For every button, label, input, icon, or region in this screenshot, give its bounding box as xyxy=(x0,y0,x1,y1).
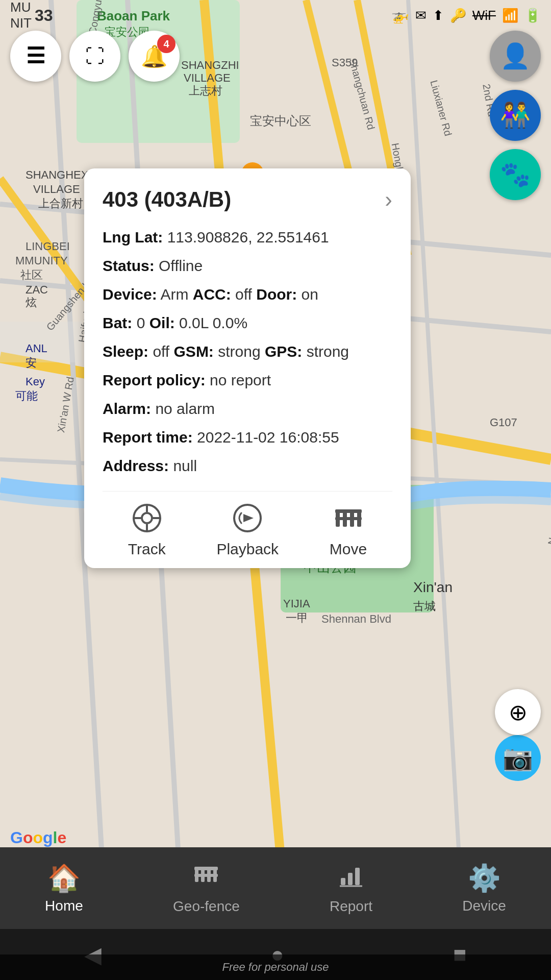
playback-button[interactable]: Playback xyxy=(216,502,279,558)
svg-text:ZAC: ZAC xyxy=(26,283,48,296)
track-button[interactable]: Track xyxy=(128,502,166,558)
svg-text:LINGBEI: LINGBEI xyxy=(26,240,70,253)
track-label: Track xyxy=(128,541,166,558)
geofence-icon xyxy=(193,862,219,894)
popup-title: 403 (403A/B) xyxy=(103,187,231,212)
svg-text:安: 安 xyxy=(26,356,37,369)
menu-button[interactable]: ☰ xyxy=(10,31,61,82)
popup-alarm-row: Alarm: no alarm xyxy=(103,398,392,420)
svg-text:SHANGZHI: SHANGZHI xyxy=(181,59,239,71)
playback-icon xyxy=(231,502,264,534)
status-bar: MUNIT 33 🚁 ✉ ⬆ 🔑 WiF 📶 🔋 xyxy=(0,0,551,31)
popup-header: 403 (403A/B) › xyxy=(103,187,392,212)
nav-report-label: Report xyxy=(330,898,372,915)
camera-marker[interactable]: 📷 xyxy=(495,735,541,781)
signal-icon: 📶 xyxy=(502,8,518,23)
popup-lnglat-row: Lng Lat: 113.908826, 22.551461 xyxy=(103,227,392,248)
info-popup: 403 (403A/B) › Lng Lat: 113.908826, 22.5… xyxy=(84,168,411,568)
camera-circle: 📷 xyxy=(495,735,541,781)
svg-text:ANL: ANL xyxy=(26,342,47,355)
svg-text:炫: 炫 xyxy=(26,296,37,309)
report-time-value: 2022-11-02 16:08:55 xyxy=(197,429,339,446)
message-icon: ✉ xyxy=(415,8,427,23)
acc-label: ACC: xyxy=(193,286,231,303)
gps-value: strong xyxy=(307,343,349,360)
crosshair-icon: ⊕ xyxy=(509,699,528,725)
pet-button[interactable]: 🐾 xyxy=(490,149,541,200)
door-value: on xyxy=(302,286,318,303)
status-time: 33 xyxy=(35,6,53,25)
svg-rect-80 xyxy=(194,874,218,877)
report-time-label: Report time: xyxy=(103,429,193,446)
move-label: Move xyxy=(330,541,367,558)
report-policy-label: Report policy: xyxy=(103,372,206,388)
paw-icon: 🐾 xyxy=(500,160,531,189)
playback-label: Playback xyxy=(216,541,279,558)
nav-item-home[interactable]: 🏠 Home xyxy=(45,863,83,914)
lnglat-value: 113.908826, 22.551461 xyxy=(167,229,329,246)
popup-status-row: Status: Offline xyxy=(103,255,392,277)
svg-rect-74 xyxy=(335,517,362,520)
svg-text:古城: 古城 xyxy=(413,600,436,612)
navigation-icon: ⬆ xyxy=(433,8,444,23)
popup-sleep-row: Sleep: off GSM: strong GPS: strong xyxy=(103,341,392,362)
google-logo: Google xyxy=(10,828,66,847)
address-label: Address: xyxy=(103,457,169,474)
bat-value: 0 xyxy=(137,314,145,331)
expand-icon: ⛶ xyxy=(85,45,105,67)
status-value: Offline xyxy=(159,257,203,274)
popup-chevron-right-icon[interactable]: › xyxy=(385,187,392,212)
move-icon xyxy=(332,502,364,534)
drone-icon: 🚁 xyxy=(391,7,409,24)
popup-bat-row: Bat: 0 Oil: 0.0L 0.0% xyxy=(103,312,392,334)
svg-rect-79 xyxy=(194,867,218,870)
expand-button[interactable]: ⛶ xyxy=(69,31,120,82)
lnglat-label: Lng Lat: xyxy=(103,229,163,246)
notification-badge: 4 xyxy=(157,35,176,53)
nav-home-label: Home xyxy=(45,898,83,914)
alarm-value: no alarm xyxy=(155,400,215,417)
svg-text:G107: G107 xyxy=(490,416,517,429)
svg-text:上志村: 上志村 xyxy=(189,84,222,97)
svg-text:Key: Key xyxy=(26,375,45,388)
device-label: Device: xyxy=(103,286,157,303)
nav-item-report[interactable]: Report xyxy=(330,862,372,915)
profile-icon: 👤 xyxy=(500,42,531,70)
home-icon: 🏠 xyxy=(47,863,81,894)
svg-text:社区: 社区 xyxy=(20,268,43,281)
nav-item-geofence[interactable]: Geo-fence xyxy=(173,862,240,915)
status-left: MUNIT 33 xyxy=(10,0,53,31)
right-controls: 👤 👫 🐾 xyxy=(490,31,541,200)
svg-text:宝安中心区: 宝安中心区 xyxy=(250,114,311,128)
nav-geofence-label: Geo-fence xyxy=(173,898,240,915)
svg-rect-81 xyxy=(341,878,345,885)
battery-icon: 🔋 xyxy=(524,8,541,23)
popup-report-time-row: Report time: 2022-11-02 16:08:55 xyxy=(103,427,392,448)
bat-label: Bat: xyxy=(103,314,132,331)
svg-text:VILLAGE: VILLAGE xyxy=(184,71,231,84)
report-policy-value: no report xyxy=(210,372,271,388)
move-button[interactable]: Move xyxy=(330,502,367,558)
svg-text:上合新村: 上合新村 xyxy=(38,197,83,210)
device-value: Arm xyxy=(160,286,188,303)
bottom-nav: 🏠 Home Geo-fence Report ⚙️ xyxy=(0,847,551,929)
community-icon: MUNIT xyxy=(10,0,32,31)
acc-value: off xyxy=(235,286,252,303)
camera-icon: 📷 xyxy=(503,744,533,772)
track-icon xyxy=(131,502,163,534)
report-icon xyxy=(338,862,364,894)
wifi-off-icon: WiF xyxy=(472,8,496,23)
oil-label: Oil: xyxy=(149,314,175,331)
notification-button[interactable]: 🔔 4 xyxy=(129,31,180,82)
profile-button[interactable]: 👤 xyxy=(490,31,541,82)
map-controls: ☰ ⛶ 🔔 4 xyxy=(10,31,180,82)
people-button[interactable]: 👫 xyxy=(490,90,541,141)
sleep-value: off xyxy=(153,343,169,360)
svg-text:YIJIA: YIJIA xyxy=(283,597,310,610)
nav-item-device[interactable]: ⚙️ Device xyxy=(462,863,506,914)
gps-label: GPS: xyxy=(265,343,302,360)
location-button[interactable]: ⊕ xyxy=(495,689,541,735)
svg-rect-82 xyxy=(348,873,353,885)
svg-rect-73 xyxy=(335,509,362,513)
popup-device-row: Device: Arm ACC: off Door: on xyxy=(103,284,392,305)
